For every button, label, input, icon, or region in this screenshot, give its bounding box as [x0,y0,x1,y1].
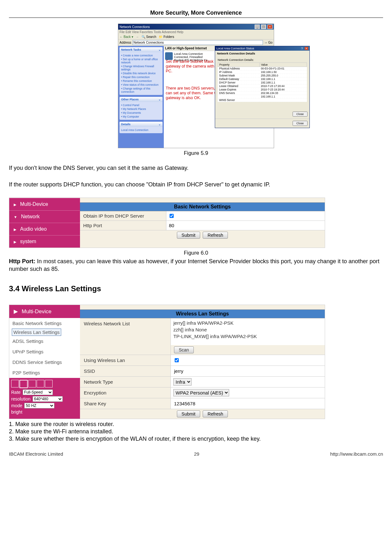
text-input[interactable] [173,401,238,407]
arrow-right-icon: ▶ [14,308,18,315]
table-row: DHCP Server192.168.1.1 [218,81,307,84]
scan-button[interactable]: Scan [174,346,194,353]
task-item[interactable]: • Change settings of this connection [121,87,161,93]
table-row: IP Address192.168.1.50 [218,70,307,74]
sidebar-item[interactable]: Audio video [9,223,80,235]
other-title: Other Places [121,98,139,101]
list-item[interactable]: jerry[] infra WPA/WPA2-PSK [173,320,322,326]
task-item[interactable]: • Rename this connection [121,79,161,83]
page-header: More Security, More Convenience [9,10,383,18]
para-dns: If you don't know the DNS Server, you ca… [9,164,383,172]
task-item[interactable]: • Set up a home or small office network [121,58,161,64]
task-item[interactable]: • Create a new connection [121,54,161,57]
table-row: Lease Obtained2010-7-23 17:20:44 [218,84,307,88]
mode-select[interactable]: 50 HZ [24,403,54,409]
lac-name: Local Area Connection [174,52,210,55]
list-item[interactable]: TP-LINK_MXW[] infra WPA/WPA2-PSK [173,333,322,340]
explorer-sidebar: Network Tasks⌄ • Create a new connection… [118,46,164,148]
go-button[interactable]: → Go [264,41,272,44]
refresh-button[interactable]: Refresh [203,410,228,417]
layout-blocks[interactable] [11,380,78,388]
status-overlay: Local Area Connection Status ? × Network… [215,46,310,128]
network-icon [165,52,173,60]
step-item: 1. Make sure the router is wireless rout… [9,421,383,428]
rate-select[interactable]: Full-Speed [23,389,53,395]
form-label: Using Wireless Lan [80,355,171,365]
text-input[interactable] [168,222,195,228]
sidebar-item[interactable]: P2P Settings [9,367,80,378]
page-footer: IBCAM Electronic Limited 29 http://www.i… [9,451,383,457]
close-icon[interactable]: × [305,47,308,50]
place-item[interactable]: • My Computer [121,115,161,118]
folders-button[interactable]: 📁 Folders [159,35,174,39]
table-row: DNS Servers202.96.134.33 [218,91,307,95]
sidebar-item-multi-device[interactable]: ▶ Multi-Device [9,305,80,318]
back-button[interactable]: ← Back ▾ [120,35,133,39]
maximize-icon[interactable]: □ [261,25,266,29]
wireless-list[interactable]: jerry[] infra WPA/WPA2-PSKzzh[] infra No… [171,318,325,345]
footer-left: IBCAM Electronic Limited [9,451,63,457]
para-http-port: Http Port: In most cases, you can leave … [9,257,383,273]
task-item[interactable]: • Repair this connection [121,76,161,79]
form-label: Share Key [80,398,171,409]
close-icon[interactable]: × [267,25,272,29]
sidebar-item[interactable]: Wireless Lan Settings [12,329,61,336]
address-label: Address [120,41,131,44]
para-dhcp: If the router supports DHCP function, yo… [9,181,383,188]
sidebar-item[interactable]: system [9,235,80,248]
window-controls: _ □ × [254,25,272,29]
place-item[interactable]: • My Network Places [121,107,161,111]
sidebar-item[interactable]: Multi-Device [9,198,80,210]
table-row: Subnet Mask255.255.255.0 [218,74,307,77]
select[interactable]: WPA2 Personal (AES) [173,389,229,396]
fwd-icon[interactable]: → [136,35,139,39]
details-table: PropertyValue Physical Address00-E0-D0-F… [218,62,307,102]
sidebar-item[interactable]: ADSL Settings [9,336,80,346]
search-button[interactable]: 🔍 Search [142,35,156,39]
minimize-icon[interactable]: _ [255,25,260,29]
fig59-menu: File Edit View Favorites Tools Advanced … [118,30,274,34]
fig61-title: Wireless Lan Settings [80,309,325,318]
sidebar-item[interactable]: DDNS Service Settings [9,357,80,367]
sidebar-item[interactable]: Network [9,210,80,223]
form-label: Encryption [80,387,171,398]
resolution-label: resolution [11,396,31,401]
footer-right: http://www.ibcam.com.cn [330,451,383,457]
checkbox[interactable] [170,214,174,218]
fig59-caption: Figure 5.9 [9,150,383,156]
list-item[interactable]: zzh[] infra None [173,326,322,333]
text-input[interactable] [173,368,238,374]
refresh-button[interactable]: Refresh [203,232,228,239]
status-close-button[interactable]: Close [293,121,308,126]
form-label: Network Type [80,377,171,387]
sidebar-item[interactable]: UPnP Settings [9,346,80,357]
sidebar-item[interactable]: Basic Network Settings [9,318,80,329]
task-item[interactable]: • Change Windows Firewall settings [121,65,161,71]
table-row: Lease Expires2010-7-23 19:20:44 [218,88,307,91]
footer-center: 29 [194,451,200,457]
fig59-window-title: Network Connections [120,25,150,29]
task-item[interactable]: • View status of this connection [121,83,161,86]
table-row: 192.168.1.1 [218,95,307,98]
task-item[interactable]: • Disable this network device [121,72,161,75]
submit-button[interactable]: Submit [177,410,200,417]
section-3-4-title: 3.4 Wireless Lan Settings [9,284,383,293]
fig61-sidebar: ▶ Multi-Device Basic Network SettingsWir… [9,305,80,419]
bright-label: bright [11,409,22,415]
select[interactable]: Infra [173,378,192,386]
submit-button[interactable]: Submit [177,232,200,239]
place-item[interactable]: • My Documents [121,111,161,114]
address-input[interactable] [133,40,263,45]
resolution-select[interactable]: 640*480 [33,396,63,402]
place-item[interactable]: • Control Panel [121,104,161,107]
table-row: WINS Server [218,98,307,102]
help-icon[interactable]: ? [300,47,304,50]
video-controls: RateFull-Speed resolution640*480 mode50 … [9,378,80,419]
overlay-close-button[interactable]: Close [293,112,308,117]
overlay-subtitle: Network Connection Details [215,51,309,56]
checkbox[interactable] [175,358,179,362]
overlay-title: Local Area Connection Status [216,47,254,50]
fig60-sidebar: Multi-DeviceNetworkAudio videosystem [9,198,80,248]
details-label: Network Connection Details: [218,58,307,61]
fig59-toolbar: ← Back ▾ → 🔍 Search 📁 Folders [118,34,274,40]
